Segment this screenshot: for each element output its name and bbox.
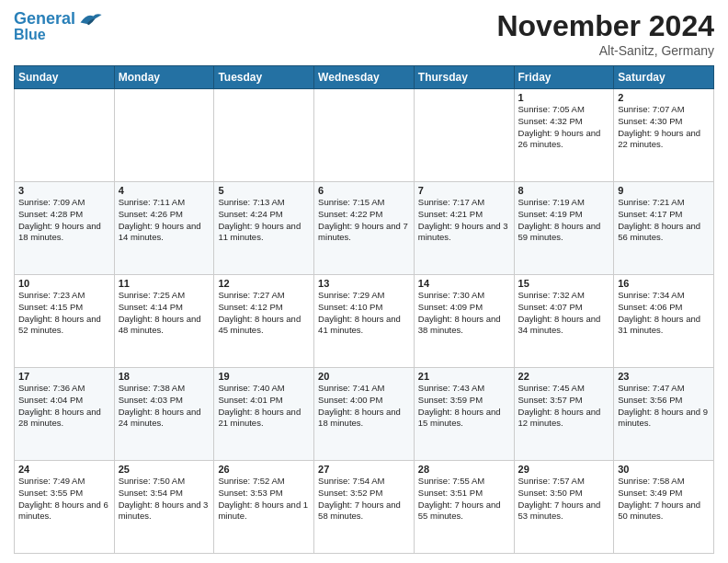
day-info: Sunrise: 7:58 AM Sunset: 3:49 PM Dayligh… (618, 476, 710, 523)
logo: General Blue (14, 9, 103, 43)
header: General Blue November 2024 Alt-Sanitz, G… (14, 9, 714, 58)
cell-w4-d2: 26Sunrise: 7:52 AM Sunset: 3:53 PM Dayli… (214, 461, 314, 554)
cell-w1-d3: 6Sunrise: 7:15 AM Sunset: 4:22 PM Daylig… (314, 182, 415, 275)
cell-w4-d0: 24Sunrise: 7:49 AM Sunset: 3:55 PM Dayli… (15, 461, 115, 554)
col-header-friday: Friday (514, 66, 614, 89)
day-number: 4 (119, 185, 210, 196)
cell-w4-d6: 30Sunrise: 7:58 AM Sunset: 3:49 PM Dayli… (614, 461, 714, 554)
day-info: Sunrise: 7:57 AM Sunset: 3:50 PM Dayligh… (518, 476, 610, 523)
day-number: 10 (18, 278, 110, 289)
col-header-tuesday: Tuesday (214, 66, 314, 89)
day-info: Sunrise: 7:52 AM Sunset: 3:53 PM Dayligh… (218, 476, 310, 523)
day-number: 28 (418, 464, 510, 475)
day-number: 15 (518, 278, 610, 289)
day-info: Sunrise: 7:36 AM Sunset: 4:04 PM Dayligh… (18, 383, 110, 430)
day-info: Sunrise: 7:19 AM Sunset: 4:19 PM Dayligh… (518, 197, 610, 244)
day-info: Sunrise: 7:40 AM Sunset: 4:01 PM Dayligh… (218, 383, 310, 430)
day-number: 13 (318, 278, 410, 289)
day-info: Sunrise: 7:27 AM Sunset: 4:12 PM Dayligh… (218, 290, 310, 337)
cell-w3-d5: 22Sunrise: 7:45 AM Sunset: 3:57 PM Dayli… (514, 368, 614, 461)
cell-w2-d1: 11Sunrise: 7:25 AM Sunset: 4:14 PM Dayli… (114, 275, 214, 368)
cell-w0-d2 (214, 89, 314, 182)
cell-w0-d4 (414, 89, 514, 182)
logo-bird-icon (77, 9, 103, 29)
page: General Blue November 2024 Alt-Sanitz, G… (0, 0, 728, 563)
day-number: 20 (318, 371, 410, 382)
col-header-sunday: Sunday (15, 66, 115, 89)
cell-w3-d6: 23Sunrise: 7:47 AM Sunset: 3:56 PM Dayli… (614, 368, 714, 461)
day-info: Sunrise: 7:30 AM Sunset: 4:09 PM Dayligh… (418, 290, 510, 337)
day-info: Sunrise: 7:07 AM Sunset: 4:30 PM Dayligh… (618, 104, 710, 151)
day-info: Sunrise: 7:21 AM Sunset: 4:17 PM Dayligh… (618, 197, 710, 244)
cell-w1-d5: 8Sunrise: 7:19 AM Sunset: 4:19 PM Daylig… (514, 182, 614, 275)
cell-w2-d4: 14Sunrise: 7:30 AM Sunset: 4:09 PM Dayli… (414, 275, 514, 368)
cell-w3-d4: 21Sunrise: 7:43 AM Sunset: 3:59 PM Dayli… (414, 368, 514, 461)
col-header-monday: Monday (114, 66, 214, 89)
day-info: Sunrise: 7:17 AM Sunset: 4:21 PM Dayligh… (418, 197, 510, 244)
day-number: 17 (18, 371, 110, 382)
location: Alt-Sanitz, Germany (496, 43, 714, 58)
day-info: Sunrise: 7:54 AM Sunset: 3:52 PM Dayligh… (318, 476, 410, 523)
cell-w0-d6: 2Sunrise: 7:07 AM Sunset: 4:30 PM Daylig… (614, 89, 714, 182)
col-header-wednesday: Wednesday (314, 66, 415, 89)
day-number: 22 (518, 371, 610, 382)
day-number: 29 (518, 464, 610, 475)
day-number: 5 (218, 185, 310, 196)
cell-w2-d0: 10Sunrise: 7:23 AM Sunset: 4:15 PM Dayli… (15, 275, 115, 368)
day-number: 1 (518, 92, 610, 103)
day-number: 8 (518, 185, 610, 196)
day-number: 18 (119, 371, 210, 382)
day-info: Sunrise: 7:47 AM Sunset: 3:56 PM Dayligh… (618, 383, 710, 430)
day-number: 7 (418, 185, 510, 196)
day-info: Sunrise: 7:15 AM Sunset: 4:22 PM Dayligh… (318, 197, 410, 244)
day-info: Sunrise: 7:05 AM Sunset: 4:32 PM Dayligh… (518, 104, 610, 151)
cell-w3-d0: 17Sunrise: 7:36 AM Sunset: 4:04 PM Dayli… (15, 368, 115, 461)
calendar-table: SundayMondayTuesdayWednesdayThursdayFrid… (14, 65, 714, 554)
day-number: 3 (18, 185, 110, 196)
day-number: 25 (119, 464, 210, 475)
day-number: 9 (618, 185, 710, 196)
cell-w1-d2: 5Sunrise: 7:13 AM Sunset: 4:24 PM Daylig… (214, 182, 314, 275)
day-info: Sunrise: 7:25 AM Sunset: 4:14 PM Dayligh… (119, 290, 210, 337)
day-number: 26 (218, 464, 310, 475)
day-number: 19 (218, 371, 310, 382)
day-number: 14 (418, 278, 510, 289)
cell-w0-d1 (114, 89, 214, 182)
day-info: Sunrise: 7:45 AM Sunset: 3:57 PM Dayligh… (518, 383, 610, 430)
day-number: 21 (418, 371, 510, 382)
cell-w2-d6: 16Sunrise: 7:34 AM Sunset: 4:06 PM Dayli… (614, 275, 714, 368)
day-number: 30 (618, 464, 710, 475)
day-number: 6 (318, 185, 410, 196)
day-info: Sunrise: 7:09 AM Sunset: 4:28 PM Dayligh… (18, 197, 110, 244)
month-title: November 2024 (496, 9, 714, 43)
cell-w0-d3 (314, 89, 415, 182)
day-info: Sunrise: 7:32 AM Sunset: 4:07 PM Dayligh… (518, 290, 610, 337)
col-header-saturday: Saturday (614, 66, 714, 89)
day-info: Sunrise: 7:50 AM Sunset: 3:54 PM Dayligh… (119, 476, 210, 523)
day-number: 27 (318, 464, 410, 475)
col-header-thursday: Thursday (414, 66, 514, 89)
cell-w3-d1: 18Sunrise: 7:38 AM Sunset: 4:03 PM Dayli… (114, 368, 214, 461)
day-number: 24 (18, 464, 110, 475)
day-number: 16 (618, 278, 710, 289)
logo-line2: Blue (14, 26, 46, 43)
cell-w3-d2: 19Sunrise: 7:40 AM Sunset: 4:01 PM Dayli… (214, 368, 314, 461)
cell-w0-d5: 1Sunrise: 7:05 AM Sunset: 4:32 PM Daylig… (514, 89, 614, 182)
day-info: Sunrise: 7:29 AM Sunset: 4:10 PM Dayligh… (318, 290, 410, 337)
cell-w1-d0: 3Sunrise: 7:09 AM Sunset: 4:28 PM Daylig… (15, 182, 115, 275)
cell-w0-d0 (15, 89, 115, 182)
day-info: Sunrise: 7:41 AM Sunset: 4:00 PM Dayligh… (318, 383, 410, 430)
title-block: November 2024 Alt-Sanitz, Germany (496, 9, 714, 58)
day-number: 23 (618, 371, 710, 382)
day-number: 12 (218, 278, 310, 289)
cell-w1-d4: 7Sunrise: 7:17 AM Sunset: 4:21 PM Daylig… (414, 182, 514, 275)
day-info: Sunrise: 7:11 AM Sunset: 4:26 PM Dayligh… (119, 197, 210, 244)
cell-w2-d2: 12Sunrise: 7:27 AM Sunset: 4:12 PM Dayli… (214, 275, 314, 368)
day-info: Sunrise: 7:43 AM Sunset: 3:59 PM Dayligh… (418, 383, 510, 430)
cell-w2-d3: 13Sunrise: 7:29 AM Sunset: 4:10 PM Dayli… (314, 275, 415, 368)
cell-w4-d4: 28Sunrise: 7:55 AM Sunset: 3:51 PM Dayli… (414, 461, 514, 554)
day-info: Sunrise: 7:49 AM Sunset: 3:55 PM Dayligh… (18, 476, 110, 523)
cell-w4-d1: 25Sunrise: 7:50 AM Sunset: 3:54 PM Dayli… (114, 461, 214, 554)
cell-w4-d3: 27Sunrise: 7:54 AM Sunset: 3:52 PM Dayli… (314, 461, 415, 554)
cell-w1-d6: 9Sunrise: 7:21 AM Sunset: 4:17 PM Daylig… (614, 182, 714, 275)
